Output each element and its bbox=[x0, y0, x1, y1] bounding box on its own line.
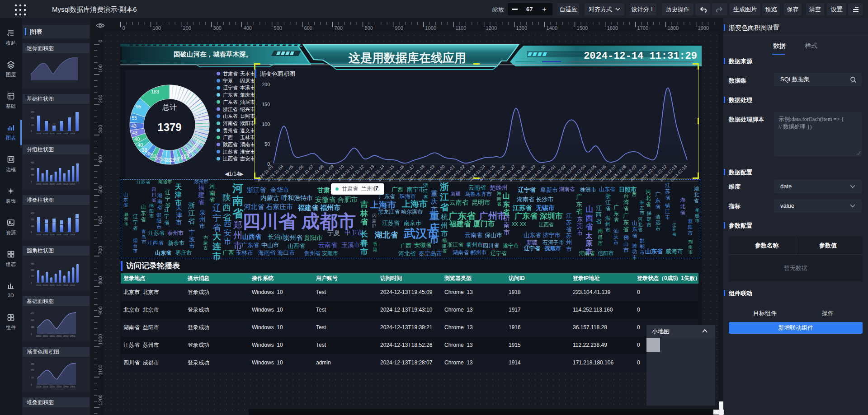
svg-text:205年: 205年 bbox=[70, 233, 75, 236]
svg-text:201年: 201年 bbox=[43, 132, 48, 135]
svg-text:0: 0 bbox=[98, 40, 103, 42]
svg-text:1800: 1800 bbox=[668, 25, 679, 31]
svg-text:200年: 200年 bbox=[36, 335, 42, 337]
svg-text:700: 700 bbox=[98, 246, 103, 254]
svg-text:0: 0 bbox=[123, 25, 125, 31]
svg-text:202年: 202年 bbox=[50, 183, 55, 185]
svg-text:500: 500 bbox=[98, 186, 103, 194]
svg-text:300: 300 bbox=[213, 25, 222, 31]
svg-text:800: 800 bbox=[98, 276, 103, 284]
svg-text:201年: 201年 bbox=[43, 233, 48, 236]
svg-text:150: 150 bbox=[31, 377, 34, 379]
svg-text:900: 900 bbox=[395, 25, 403, 31]
svg-text:150: 150 bbox=[31, 326, 34, 328]
svg-text:600: 600 bbox=[98, 216, 103, 224]
svg-text:国破山河在，城春草木深。: 国破山河在，城春草木深。 bbox=[174, 51, 252, 58]
svg-text:200年: 200年 bbox=[36, 386, 42, 388]
svg-text:0: 0 bbox=[31, 384, 32, 386]
svg-text:200年: 200年 bbox=[36, 284, 42, 286]
svg-text:100: 100 bbox=[98, 65, 103, 73]
svg-text:300: 300 bbox=[31, 219, 34, 221]
svg-text:201年: 201年 bbox=[43, 386, 49, 388]
svg-text:1200: 1200 bbox=[486, 25, 497, 31]
svg-text:204年: 204年 bbox=[63, 284, 69, 286]
svg-text:400: 400 bbox=[98, 155, 103, 163]
svg-text:900: 900 bbox=[98, 307, 103, 315]
svg-text:203年: 203年 bbox=[57, 183, 62, 185]
svg-text:200年: 200年 bbox=[36, 233, 42, 236]
svg-text:450: 450 bbox=[31, 263, 34, 265]
svg-text:150: 150 bbox=[31, 225, 34, 227]
svg-text:2024-12-14 11:31:29: 2024-12-14 11:31:29 bbox=[584, 51, 697, 62]
svg-text:204年: 204年 bbox=[63, 386, 69, 388]
svg-text:1300: 1300 bbox=[516, 25, 527, 31]
svg-text:150: 150 bbox=[31, 174, 34, 177]
svg-text:1700: 1700 bbox=[637, 25, 648, 31]
svg-text:400: 400 bbox=[244, 25, 252, 31]
svg-text:300: 300 bbox=[31, 319, 34, 321]
svg-text:202年: 202年 bbox=[50, 386, 56, 388]
svg-text:201年: 201年 bbox=[43, 335, 49, 337]
svg-text:1100: 1100 bbox=[98, 364, 103, 375]
svg-text:202年: 202年 bbox=[50, 335, 56, 337]
svg-text:1000: 1000 bbox=[425, 25, 436, 31]
svg-text:202年: 202年 bbox=[50, 284, 55, 286]
svg-text:0: 0 bbox=[31, 282, 32, 284]
svg-text:100: 100 bbox=[153, 25, 161, 31]
svg-text:300: 300 bbox=[31, 369, 34, 372]
svg-text:1900: 1900 bbox=[698, 25, 709, 31]
svg-text:200年: 200年 bbox=[36, 132, 42, 135]
svg-text:0: 0 bbox=[31, 333, 32, 336]
svg-text:204年: 204年 bbox=[63, 335, 69, 337]
svg-text:0: 0 bbox=[31, 181, 32, 183]
svg-text:204年: 204年 bbox=[63, 132, 69, 135]
svg-text:450: 450 bbox=[31, 162, 34, 164]
svg-text:1000: 1000 bbox=[98, 334, 103, 345]
svg-text:203年: 203年 bbox=[57, 132, 62, 135]
svg-text:0: 0 bbox=[31, 130, 32, 132]
svg-text:150: 150 bbox=[31, 124, 34, 126]
svg-text:1200: 1200 bbox=[98, 395, 103, 406]
svg-text:200: 200 bbox=[98, 95, 103, 103]
svg-text:205年: 205年 bbox=[70, 183, 75, 185]
svg-text:500: 500 bbox=[274, 25, 282, 31]
svg-text:1400: 1400 bbox=[547, 25, 557, 31]
svg-text:205年: 205年 bbox=[70, 132, 75, 135]
svg-text:300: 300 bbox=[31, 168, 34, 170]
svg-text:300: 300 bbox=[31, 117, 34, 120]
svg-text:203年: 203年 bbox=[57, 386, 62, 388]
svg-text:204年: 204年 bbox=[63, 183, 69, 185]
svg-text:201年: 201年 bbox=[43, 183, 48, 185]
svg-text:200年: 200年 bbox=[36, 183, 42, 185]
svg-text:202年: 202年 bbox=[50, 233, 55, 236]
svg-text:205年: 205年 bbox=[70, 386, 76, 388]
svg-text:202年: 202年 bbox=[50, 132, 55, 135]
svg-text:600: 600 bbox=[304, 25, 312, 31]
svg-text:200: 200 bbox=[183, 25, 191, 31]
svg-text:450: 450 bbox=[31, 363, 34, 365]
svg-text:450: 450 bbox=[31, 312, 34, 315]
svg-text:450: 450 bbox=[31, 212, 34, 214]
svg-text:800: 800 bbox=[365, 25, 373, 31]
svg-text:450: 450 bbox=[31, 111, 34, 113]
svg-text:204年: 204年 bbox=[63, 233, 69, 236]
svg-text:1500: 1500 bbox=[577, 25, 588, 31]
svg-text:205年: 205年 bbox=[70, 284, 75, 286]
svg-text:150: 150 bbox=[31, 275, 34, 278]
svg-text:1100: 1100 bbox=[456, 25, 467, 31]
svg-text:这是用数据库在线应用: 这是用数据库在线应用 bbox=[349, 51, 466, 65]
svg-text:201年: 201年 bbox=[43, 284, 48, 286]
svg-text:700: 700 bbox=[335, 25, 343, 31]
svg-text:203年: 203年 bbox=[57, 335, 62, 337]
svg-text:205年: 205年 bbox=[70, 335, 76, 337]
svg-text:1600: 1600 bbox=[607, 25, 618, 31]
svg-text:203年: 203年 bbox=[57, 284, 62, 286]
svg-text:0: 0 bbox=[31, 231, 32, 233]
svg-text:203年: 203年 bbox=[57, 233, 62, 236]
svg-text:300: 300 bbox=[98, 125, 103, 133]
svg-text:300: 300 bbox=[31, 269, 34, 271]
